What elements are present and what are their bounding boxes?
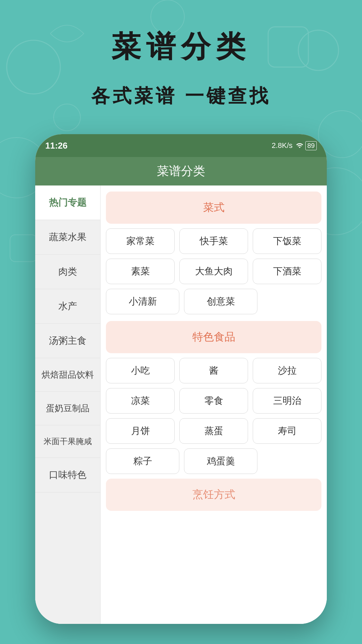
specialty-row-1: 小吃 酱 沙拉 (106, 358, 321, 383)
cuisine-row-3: 小清新 创意菜 (106, 289, 321, 314)
tag-lingshi[interactable]: 零食 (179, 388, 248, 414)
sidebar-item-dairy[interactable]: 蛋奶豆制品 (35, 392, 100, 425)
phone-mockup: 11:26 2.8K/s 89 菜谱分类 热门专题 蔬菜水果 肉类 水产 汤粥主… (35, 134, 327, 624)
sidebar-item-vegetables[interactable]: 蔬菜水果 (35, 220, 100, 255)
specialty-header: 特色食品 (106, 321, 321, 353)
tag-xiaochi[interactable]: 小吃 (106, 358, 175, 383)
page-sub-title: 各式菜谱 一键查找 (0, 84, 362, 109)
sidebar-item-seafood[interactable]: 水产 (35, 289, 100, 324)
next-section-header: 烹饪方式 (106, 479, 321, 511)
specialty-row-4: 粽子 鸡蛋羹 (106, 448, 321, 474)
tag-zongzi[interactable]: 粽子 (106, 448, 179, 474)
sidebar: 热门专题 蔬菜水果 肉类 水产 汤粥主食 烘焙甜品饮料 蛋奶豆制品 米面干果腌咸… (35, 185, 101, 624)
tag-xiafan[interactable]: 下饭菜 (253, 228, 321, 254)
sidebar-item-soup[interactable]: 汤粥主食 (35, 324, 100, 358)
app-header: 菜谱分类 (35, 157, 327, 185)
tag-dayudarou[interactable]: 大鱼大肉 (179, 259, 248, 284)
tag-jiachang[interactable]: 家常菜 (106, 228, 175, 254)
svg-point-5 (318, 111, 362, 158)
right-content: 菜式 家常菜 快手菜 下饭菜 素菜 大鱼大肉 下酒菜 小清新 创意菜 (101, 185, 327, 624)
sidebar-item-grain[interactable]: 米面干果腌咸 (35, 425, 100, 458)
sidebar-item-meat[interactable]: 肉类 (35, 255, 100, 289)
tag-zhengdan[interactable]: 蒸蛋 (179, 418, 248, 444)
sidebar-item-hot[interactable]: 热门专题 (35, 185, 100, 220)
app-title: 菜谱分类 (157, 163, 205, 179)
tag-jidanjian[interactable]: 鸡蛋羹 (184, 448, 257, 474)
page-main-title: 菜谱分类 (0, 27, 362, 67)
tag-kuaishou[interactable]: 快手菜 (179, 228, 248, 254)
status-time: 11:26 (45, 141, 68, 151)
tag-yuebing[interactable]: 月饼 (106, 418, 175, 444)
status-speed: 2.8K/s (272, 141, 292, 150)
cuisine-header: 菜式 (106, 192, 321, 224)
content-area: 热门专题 蔬菜水果 肉类 水产 汤粥主食 烘焙甜品饮料 蛋奶豆制品 米面干果腌咸… (35, 185, 327, 624)
tag-sucai[interactable]: 素菜 (106, 259, 175, 284)
tag-chuangyi[interactable]: 创意菜 (184, 289, 257, 314)
section-specialty: 特色食品 小吃 酱 沙拉 凉菜 零食 三明治 月饼 蒸蛋 寿司 (106, 321, 321, 511)
tag-shala[interactable]: 沙拉 (253, 358, 321, 383)
tag-xiajiu[interactable]: 下酒菜 (253, 259, 321, 284)
tag-liangcai[interactable]: 凉菜 (106, 388, 175, 414)
cuisine-row-2: 素菜 大鱼大肉 下酒菜 (106, 259, 321, 284)
battery-indicator: 89 (305, 141, 317, 150)
status-bar: 11:26 2.8K/s 89 (35, 134, 327, 157)
sidebar-item-baking[interactable]: 烘焙甜品饮料 (35, 358, 100, 392)
specialty-row-2: 凉菜 零食 三明治 (106, 388, 321, 414)
status-icons: 89 (296, 141, 317, 150)
specialty-row-3: 月饼 蒸蛋 寿司 (106, 418, 321, 444)
sidebar-item-flavor[interactable]: 口味特色 (35, 458, 100, 492)
tag-xiaoqingxin[interactable]: 小清新 (106, 289, 179, 314)
section-cuisine: 菜式 家常菜 快手菜 下饭菜 素菜 大鱼大肉 下酒菜 小清新 创意菜 (106, 192, 321, 314)
svg-rect-7 (10, 235, 37, 262)
tag-shusi[interactable]: 寿司 (253, 418, 321, 444)
tag-sanmingzhi[interactable]: 三明治 (253, 388, 321, 414)
status-right: 2.8K/s 89 (272, 141, 317, 150)
cuisine-row-1: 家常菜 快手菜 下饭菜 (106, 228, 321, 254)
tag-jiang[interactable]: 酱 (179, 358, 248, 383)
